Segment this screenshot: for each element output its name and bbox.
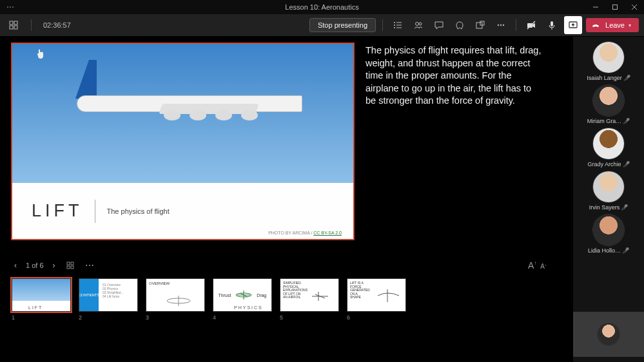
thumb-more-button[interactable]: ⋯ xyxy=(83,259,97,272)
svg-rect-1 xyxy=(613,5,618,10)
decrease-font-button[interactable]: A↓ xyxy=(540,263,547,270)
participant[interactable]: Irvin Sayers🎤̸ xyxy=(589,171,629,211)
leave-label: Leave xyxy=(605,21,625,29)
thumb-number: 3 xyxy=(146,314,205,321)
window-title: Lesson 10: Aeronautics xyxy=(285,3,358,11)
grid-view-button[interactable] xyxy=(64,260,76,271)
participant-name: Irvin Sayers xyxy=(589,204,620,211)
mic-toggle-button[interactable] xyxy=(543,17,560,33)
photo-credit: PHOTO BY ARCIMA / CC BY-SA 2.0 xyxy=(268,231,342,235)
close-button[interactable] xyxy=(625,0,644,14)
slide-thumbnail[interactable]: LIFT 1 xyxy=(12,278,71,321)
participant-name: Lidia Hollo… xyxy=(588,247,621,254)
svg-point-14 xyxy=(416,23,419,26)
airplane-illustration xyxy=(51,66,315,144)
participant[interactable]: Grady Archie🎤̸ xyxy=(587,128,629,167)
next-slide-button[interactable]: › xyxy=(50,260,58,271)
slide-thumbnail[interactable]: OVERVIEW 3 xyxy=(146,278,205,321)
avatar xyxy=(593,85,624,116)
titlebar-more-button[interactable]: ⋯ xyxy=(6,3,14,12)
svg-point-19 xyxy=(500,24,502,26)
font-size-controls: A↑ A↓ xyxy=(528,260,547,271)
mic-muted-icon: 🎤̸ xyxy=(621,204,628,211)
content-area: LIFT The physics of flight PHOTO BY ARCI… xyxy=(0,37,644,362)
divider xyxy=(95,200,95,223)
maximize-button[interactable] xyxy=(605,0,625,14)
slide-thumbnail[interactable]: LIFT IS A FORCE GENERATED ON A SHAPE 6 xyxy=(347,278,406,321)
slide-subtitle: The physics of flight xyxy=(107,207,170,215)
list-panel-button[interactable] xyxy=(389,17,406,33)
svg-rect-5 xyxy=(14,21,17,24)
svg-rect-4 xyxy=(10,21,13,24)
slide-thumbnail[interactable]: ThrustDragPHYSICS 4 xyxy=(213,278,272,321)
chat-button[interactable] xyxy=(431,17,447,33)
slide-counter: 1 of 6 xyxy=(26,262,44,269)
thumb-number: 2 xyxy=(79,314,138,321)
svg-rect-27 xyxy=(71,262,73,265)
avatar xyxy=(593,214,624,245)
thumb-number: 1 xyxy=(12,314,71,321)
participant[interactable]: Isaiah Langer🎤̸ xyxy=(587,42,630,81)
breakout-rooms-button[interactable] xyxy=(472,17,489,33)
title-bar: ⋯ Lesson 10: Aeronautics xyxy=(0,0,644,14)
svg-point-18 xyxy=(498,24,499,26)
thumb-number: 5 xyxy=(280,314,339,321)
meeting-timer: 02:36:57 xyxy=(43,21,71,29)
avatar xyxy=(593,42,624,73)
thumbnail-strip-controls: ‹ 1 of 6 › ⋯ A↑ A↓ xyxy=(12,259,569,272)
participant-name: Miriam Gra… xyxy=(587,118,622,124)
thumbnail-strip: LIFT 1 CONTENTS01 Overview02 Physics03 S… xyxy=(12,278,569,321)
divider xyxy=(516,19,516,31)
minimize-button[interactable] xyxy=(586,0,605,14)
avatar xyxy=(593,128,624,159)
prev-slide-button[interactable]: ‹ xyxy=(12,260,19,271)
reactions-button[interactable] xyxy=(451,17,468,33)
current-slide[interactable]: LIFT The physics of flight PHOTO BY ARCI… xyxy=(12,43,354,240)
leave-button[interactable]: Leave ▾ xyxy=(586,18,639,32)
share-screen-button[interactable] xyxy=(564,16,582,34)
slide-heading: LIFT xyxy=(32,201,83,221)
stop-presenting-button[interactable]: Stop presenting xyxy=(309,18,376,32)
mic-muted-icon: 🎤̸ xyxy=(623,75,630,81)
cursor-hand-icon xyxy=(35,48,46,60)
increase-font-button[interactable]: A↑ xyxy=(528,260,536,271)
gallery-layout-button[interactable] xyxy=(5,17,22,33)
svg-rect-23 xyxy=(551,21,553,26)
participant-name: Grady Archie xyxy=(587,161,621,167)
svg-rect-28 xyxy=(67,266,70,269)
slide-image xyxy=(12,44,353,184)
presentation-stage: LIFT The physics of flight PHOTO BY ARCI… xyxy=(0,37,573,362)
avatar xyxy=(593,171,624,202)
slide-thumbnail[interactable]: CONTENTS01 Overview02 Physics03 Simplifi… xyxy=(79,278,138,321)
meeting-toolbar: 02:36:57 Stop presenting Leave ▾ xyxy=(0,14,644,37)
divider xyxy=(382,19,383,31)
slide-thumbnail[interactable]: SIMPLIFIED PHYSICAL EXPLANATIONS OF LIFT… xyxy=(280,278,339,321)
window-controls xyxy=(586,0,644,14)
self-view[interactable] xyxy=(573,312,644,357)
camera-toggle-button[interactable] xyxy=(523,17,540,33)
more-actions-button[interactable] xyxy=(493,17,509,33)
svg-point-20 xyxy=(503,24,504,26)
participant[interactable]: Miriam Gra…🎤̸ xyxy=(587,85,630,124)
credit-link[interactable]: CC BY-SA 2.0 xyxy=(313,231,342,235)
svg-rect-7 xyxy=(14,26,17,29)
participant-name: Isaiah Langer xyxy=(587,75,622,81)
thumb-number: 6 xyxy=(347,314,406,321)
participants-panel: Isaiah Langer🎤̸ Miriam Gra…🎤̸ Grady Arch… xyxy=(573,37,644,362)
self-avatar xyxy=(598,323,620,345)
svg-rect-26 xyxy=(67,262,70,265)
people-button[interactable] xyxy=(410,17,427,33)
participant[interactable]: Lidia Hollo…🎤̸ xyxy=(588,214,629,254)
svg-rect-6 xyxy=(10,26,13,29)
divider xyxy=(31,19,32,31)
thumb-number: 4 xyxy=(213,314,272,321)
speaker-notes: The physics of flight requires that lift… xyxy=(366,43,543,240)
mic-muted-icon: 🎤̸ xyxy=(622,247,629,254)
mic-muted-icon: 🎤̸ xyxy=(623,161,630,167)
mic-muted-icon: 🎤̸ xyxy=(623,118,630,124)
svg-rect-29 xyxy=(71,266,73,269)
svg-point-15 xyxy=(419,23,422,25)
chevron-down-icon: ▾ xyxy=(629,23,631,28)
